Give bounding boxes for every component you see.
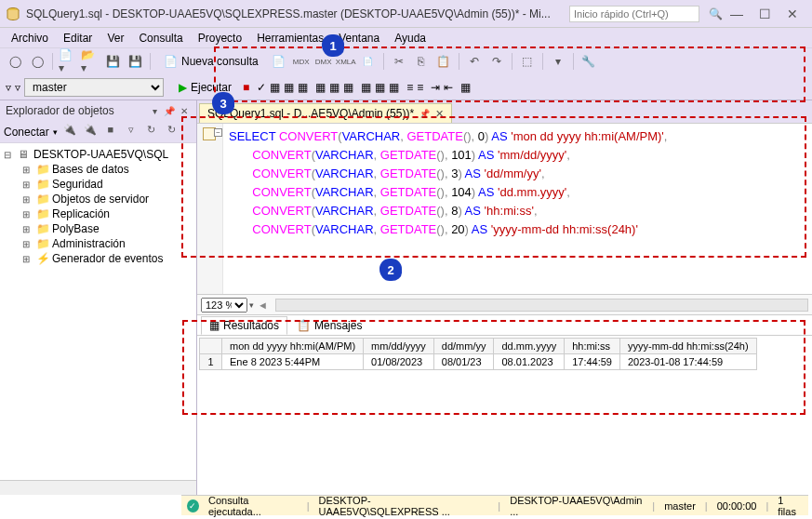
- expand-icon[interactable]: ⊞: [22, 180, 33, 190]
- maximize-button[interactable]: ☐: [751, 7, 779, 21]
- back-icon[interactable]: ◯: [6, 52, 24, 71]
- connect-button[interactable]: Conectar: [4, 126, 49, 139]
- parse-icon[interactable]: ✓: [257, 81, 266, 94]
- close-button[interactable]: ✕: [779, 7, 806, 21]
- res1-icon[interactable]: ▦: [361, 81, 371, 94]
- tab-sqlquery1[interactable]: SQLQuery1.sql - D...AE5VQ\Admin (55))* 📌…: [199, 103, 452, 123]
- connect-icon[interactable]: 🔌: [61, 124, 78, 140]
- filter3-icon[interactable]: ▿: [123, 124, 140, 140]
- mdx-icon[interactable]: MDX: [292, 52, 311, 71]
- fold-icon[interactable]: −: [214, 128, 222, 137]
- ssms-icon[interactable]: ▾: [549, 52, 567, 71]
- stop-icon[interactable]: ■: [243, 81, 249, 94]
- plan3-icon[interactable]: ▦: [298, 81, 308, 94]
- cell[interactable]: Ene 8 2023 5:44PM: [222, 354, 364, 370]
- pin-icon[interactable]: 📌: [163, 106, 176, 116]
- close-icon[interactable]: ✕: [178, 106, 191, 116]
- filter2-icon[interactable]: ▿: [15, 81, 20, 94]
- opt1-icon[interactable]: ▦: [315, 81, 326, 94]
- expand-icon[interactable]: ⊞: [22, 209, 33, 220]
- tree-item[interactable]: ⊞📁PolyBase: [2, 221, 194, 236]
- expand-icon[interactable]: ⊞: [22, 194, 33, 205]
- tree-item[interactable]: ⊞📁Bases de datos: [2, 162, 194, 177]
- menu-archivo[interactable]: Archivo: [4, 30, 56, 47]
- tab-pin-icon[interactable]: 📌: [419, 109, 430, 118]
- menu-consulta[interactable]: Consulta: [131, 30, 190, 47]
- res2-icon[interactable]: ▦: [375, 81, 385, 94]
- plan2-icon[interactable]: ▦: [284, 81, 294, 94]
- uncomment-icon[interactable]: ≡: [417, 81, 423, 94]
- object-tree[interactable]: ⊟ 🖥 DESKTOP-UAAE5VQ\SQL ⊞📁Bases de datos…: [0, 143, 196, 480]
- xe-icon[interactable]: 📄: [359, 52, 378, 71]
- outdent-icon[interactable]: ⇤: [444, 81, 453, 94]
- cell[interactable]: 17:44:59: [565, 354, 620, 370]
- refresh-icon[interactable]: ↻: [143, 124, 160, 140]
- expand-icon[interactable]: ⊞: [22, 224, 33, 234]
- tab-results[interactable]: ▦ Resultados: [201, 316, 287, 335]
- code-editor[interactable]: − SELECT CONVERT(VARCHAR, GETDATE(), 0) …: [197, 123, 812, 294]
- opt2-icon[interactable]: ▦: [329, 81, 339, 94]
- sync-icon[interactable]: ↻: [164, 124, 180, 140]
- stop2-icon[interactable]: ■: [102, 124, 119, 140]
- indent-icon[interactable]: ⇥: [431, 81, 440, 94]
- expand-icon[interactable]: ⊞: [22, 165, 33, 175]
- hscrollbar[interactable]: [275, 299, 808, 312]
- menu-editar[interactable]: Editar: [56, 30, 100, 47]
- tab-messages[interactable]: 📋 Mensajes: [289, 317, 369, 334]
- col-header[interactable]: dd.mm.yyyy: [494, 339, 565, 354]
- tree-item[interactable]: ⊞📁Objetos de servidor: [2, 192, 194, 206]
- scroll-left-icon[interactable]: ◄: [258, 299, 268, 311]
- search-icon[interactable]: 🔍: [709, 7, 723, 20]
- menu-ayuda[interactable]: Ayuda: [387, 30, 433, 47]
- cell[interactable]: 2023-01-08 17:44:59: [619, 354, 756, 370]
- minimize-button[interactable]: —: [723, 7, 751, 21]
- zoom-dropdown[interactable]: 123 %: [201, 298, 247, 313]
- new-icon[interactable]: 📄▾: [59, 52, 77, 71]
- col-header[interactable]: mm/dd/yyyy: [364, 339, 434, 354]
- tree-item[interactable]: ⊞📁Replicación: [2, 206, 194, 221]
- forward-icon[interactable]: ◯: [28, 52, 47, 71]
- save-all-icon[interactable]: 💾: [126, 52, 144, 71]
- comment-icon[interactable]: ≡: [406, 81, 413, 94]
- filter-icon[interactable]: ▿: [6, 81, 11, 94]
- open-icon[interactable]: 📂▾: [81, 52, 100, 71]
- cell[interactable]: 08.01.2023: [494, 354, 565, 370]
- col-header[interactable]: hh:mi:ss: [565, 339, 620, 354]
- menu-ver[interactable]: Ver: [100, 30, 131, 47]
- opt3-icon[interactable]: ▦: [343, 81, 353, 94]
- results-grid[interactable]: mon dd yyyy hh:mi(AM/PM)mm/dd/yyyydd/mm/…: [197, 336, 812, 495]
- collapse-icon[interactable]: ⊟: [4, 150, 15, 160]
- tree-item[interactable]: ⊞📁Seguridad: [2, 177, 194, 192]
- activity-icon[interactable]: ⬚: [518, 52, 537, 71]
- copy-icon[interactable]: ⎘: [412, 52, 431, 71]
- cut-icon[interactable]: ✂: [390, 52, 408, 71]
- res3-icon[interactable]: ▦: [389, 81, 399, 94]
- menu-herramientas[interactable]: Herramientas: [249, 30, 331, 47]
- tab-close-icon[interactable]: ✕: [435, 108, 444, 120]
- menu-proyecto[interactable]: Proyecto: [191, 30, 249, 47]
- paste-icon[interactable]: 📋: [434, 52, 453, 71]
- redo-icon[interactable]: ↷: [487, 52, 506, 71]
- tree-xevents[interactable]: ⊞ ⚡ Generador de eventos: [2, 251, 194, 266]
- expand-icon[interactable]: ⊞: [22, 239, 33, 249]
- code-body[interactable]: SELECT CONVERT(VARCHAR, GETDATE(), 0) AS…: [223, 124, 812, 294]
- registered-icon[interactable]: 🔧: [579, 52, 598, 71]
- row-number[interactable]: 1: [200, 354, 222, 370]
- plan1-icon[interactable]: ▦: [270, 81, 280, 94]
- disconnect-icon[interactable]: 🔌: [82, 124, 99, 140]
- expand-icon[interactable]: ⊞: [22, 254, 33, 264]
- tree-server[interactable]: ⊟ 🖥 DESKTOP-UAAE5VQ\SQL: [2, 147, 194, 162]
- save-icon[interactable]: 💾: [103, 52, 122, 71]
- col-header[interactable]: yyyy-mm-dd hh:mi:ss(24h): [619, 339, 756, 354]
- cell[interactable]: 08/01/23: [433, 354, 494, 370]
- undo-icon[interactable]: ↶: [465, 52, 484, 71]
- quick-launch-input[interactable]: [569, 6, 699, 22]
- new-query-button[interactable]: 📄 Nueva consulta: [156, 53, 266, 70]
- object-explorer-hscroll[interactable]: [0, 480, 196, 495]
- tree-item[interactable]: ⊞📁Administración: [2, 236, 194, 251]
- sqlcmd-icon[interactable]: ▦: [460, 81, 471, 94]
- cell[interactable]: 01/08/2023: [364, 354, 434, 370]
- engine-query-icon[interactable]: 📄: [270, 52, 288, 71]
- col-header[interactable]: dd/mm/yy: [433, 339, 494, 354]
- database-dropdown[interactable]: master: [24, 78, 164, 97]
